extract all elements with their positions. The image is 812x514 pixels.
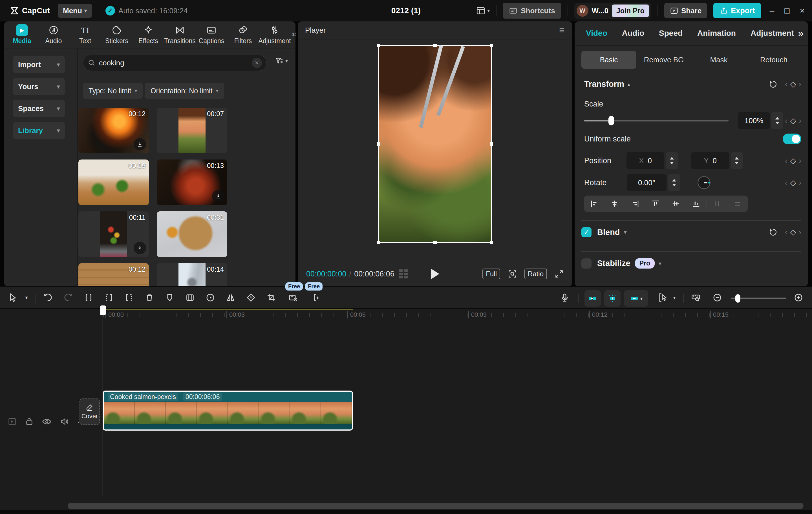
delete-right-button[interactable] xyxy=(124,293,134,302)
orientation-filter-dropdown[interactable]: Orientation: No limit▾ xyxy=(145,83,224,99)
align-center-vertical-button[interactable] xyxy=(666,200,686,208)
align-right-button[interactable] xyxy=(625,200,645,208)
keyframe-diamond-icon[interactable]: ◇ xyxy=(790,178,796,187)
zoom-in-button[interactable] xyxy=(794,293,803,302)
cursor-mode-dropdown-icon[interactable]: ▾ xyxy=(673,295,675,300)
media-item-wooden-board[interactable]: 00:12 xyxy=(78,263,149,286)
chevron-down-icon[interactable]: ▾ xyxy=(640,296,642,301)
layout-switcher-button[interactable]: ▾ xyxy=(476,6,490,16)
share-button[interactable]: Share xyxy=(664,3,707,18)
join-pro-badge[interactable]: Join Pro xyxy=(612,4,649,17)
minimize-button[interactable]: – xyxy=(770,6,775,16)
keyframe-control[interactable]: ‹◇› xyxy=(785,178,801,187)
tab-filters[interactable]: Filters xyxy=(227,25,259,45)
filter-button[interactable]: ▾ xyxy=(274,56,288,65)
inspector-tabs-expand-icon[interactable]: » xyxy=(798,28,804,39)
keyframe-diamond-icon[interactable]: ◇ xyxy=(790,80,796,89)
media-item-salmon-salad[interactable]: 00:07 xyxy=(157,108,227,153)
preview-axis-toggle-button[interactable] xyxy=(604,290,620,307)
full-preview-button[interactable]: Full xyxy=(483,269,500,279)
media-item-stirfry-wok[interactable]: 00:13 xyxy=(157,159,227,205)
timeline-clip-cooked-salmon[interactable]: Cooked salmon-pexels 00:00:06:06 xyxy=(103,391,353,431)
tab-stickers[interactable]: Stickers xyxy=(101,25,133,45)
ratio-button[interactable]: Ratio xyxy=(524,269,547,279)
sidebar-item-spaces[interactable]: Spaces▾ xyxy=(13,100,65,117)
cursor-mode-button[interactable] xyxy=(658,293,668,303)
download-icon[interactable] xyxy=(134,242,146,254)
keyframe-control[interactable]: ‹◇› xyxy=(785,156,801,165)
media-item-cutting-board[interactable]: 00:31 xyxy=(157,211,227,257)
align-bottom-button[interactable] xyxy=(686,200,706,208)
delete-left-button[interactable] xyxy=(104,293,114,302)
position-x-input[interactable]: X 0 xyxy=(627,152,664,169)
clear-search-icon[interactable]: × xyxy=(252,58,262,68)
align-top-button[interactable] xyxy=(645,200,666,208)
blend-checkbox[interactable]: ✓ xyxy=(581,227,591,237)
timeline-scale-button[interactable] xyxy=(691,293,701,303)
close-button[interactable]: × xyxy=(800,6,805,16)
scale-slider[interactable] xyxy=(584,120,729,121)
sidebar-item-yours[interactable]: Yours▾ xyxy=(13,78,65,95)
scale-value-input[interactable]: 100% xyxy=(738,112,770,129)
reverse-button[interactable] xyxy=(206,293,215,302)
tab-effects[interactable]: Effects xyxy=(133,25,164,45)
transform-header[interactable]: Transform ▴ ‹◇› xyxy=(584,80,801,89)
rotate-value-input[interactable]: 0.00° xyxy=(627,174,667,191)
slider-handle[interactable] xyxy=(608,116,614,125)
undo-button[interactable] xyxy=(43,293,53,302)
crop-button[interactable] xyxy=(266,293,276,302)
tab-adjustment[interactable]: Adjustment xyxy=(259,25,290,45)
freeze-frame-button[interactable] xyxy=(185,293,195,302)
export-button[interactable]: Export xyxy=(713,3,761,18)
keyframe-diamond-icon[interactable]: ◇ xyxy=(790,228,796,237)
frame-view-icon[interactable] xyxy=(399,269,408,278)
video-preview[interactable] xyxy=(378,45,492,243)
selection-handle[interactable] xyxy=(490,241,493,244)
selection-handle[interactable] xyxy=(433,44,437,47)
account-chip[interactable]: W W...0 Join Pro xyxy=(574,3,651,19)
keyframe-control[interactable]: ‹◇› xyxy=(785,80,801,89)
align-left-button[interactable] xyxy=(584,200,605,208)
zoom-out-button[interactable] xyxy=(713,293,722,302)
play-button[interactable] xyxy=(431,269,439,279)
sidebar-item-library[interactable]: Library▾ xyxy=(13,122,65,139)
keyframe-control[interactable]: ‹◇› xyxy=(785,228,801,237)
timeline-ruler[interactable]: 00:00 00:03 00:06 00:09 00:12 00:15 xyxy=(103,310,812,320)
reset-icon[interactable] xyxy=(768,80,778,89)
keyframe-diamond-icon[interactable]: ◇ xyxy=(790,116,796,125)
search-input[interactable]: cooking × xyxy=(83,55,267,71)
media-item-woman-cooking[interactable]: 00:14 xyxy=(157,263,227,286)
position-y-stepper[interactable] xyxy=(731,152,743,169)
mark-button[interactable] xyxy=(165,293,175,302)
snap-toggle-button[interactable] xyxy=(584,290,601,307)
playhead-handle[interactable] xyxy=(100,305,106,315)
delete-button[interactable] xyxy=(145,293,154,302)
tab-audio-settings[interactable]: Audio xyxy=(622,29,644,38)
media-item-chopping-peppers[interactable]: 00:19 xyxy=(78,159,149,205)
tabs-expand-icon[interactable]: » xyxy=(290,28,295,41)
tab-animation[interactable]: Animation xyxy=(697,29,736,38)
sidebar-item-import[interactable]: Import▾ xyxy=(13,56,65,73)
download-icon[interactable] xyxy=(212,190,225,202)
position-y-input[interactable]: Y 0 xyxy=(691,152,729,169)
selection-handle[interactable] xyxy=(490,142,493,146)
media-item-flaming-wok[interactable]: 00:12 xyxy=(78,108,149,153)
tab-audio[interactable]: Audio xyxy=(38,25,69,45)
media-item-veggie-pan[interactable]: 00:11 xyxy=(78,211,149,257)
menu-button[interactable]: Menu ▾ xyxy=(58,4,92,18)
tab-speed[interactable]: Speed xyxy=(659,29,683,38)
tab-text[interactable]: TI Text xyxy=(69,25,101,45)
download-icon[interactable] xyxy=(134,138,146,150)
selection-handle[interactable] xyxy=(490,44,493,47)
chevron-down-icon[interactable]: ▾ xyxy=(624,229,627,236)
position-x-stepper[interactable] xyxy=(666,152,678,169)
fullscreen-icon[interactable] xyxy=(554,269,564,279)
type-filter-dropdown[interactable]: Type: No limit▾ xyxy=(83,83,143,99)
maximize-button[interactable]: □ xyxy=(784,6,789,16)
shortcuts-button[interactable]: Shortcuts xyxy=(503,3,561,19)
subtab-basic[interactable]: Basic xyxy=(581,51,636,69)
tab-captions[interactable]: Captions xyxy=(196,25,227,45)
playhead[interactable] xyxy=(103,309,103,496)
tab-video[interactable]: Video xyxy=(586,29,607,38)
uniform-scale-toggle[interactable] xyxy=(783,133,801,144)
